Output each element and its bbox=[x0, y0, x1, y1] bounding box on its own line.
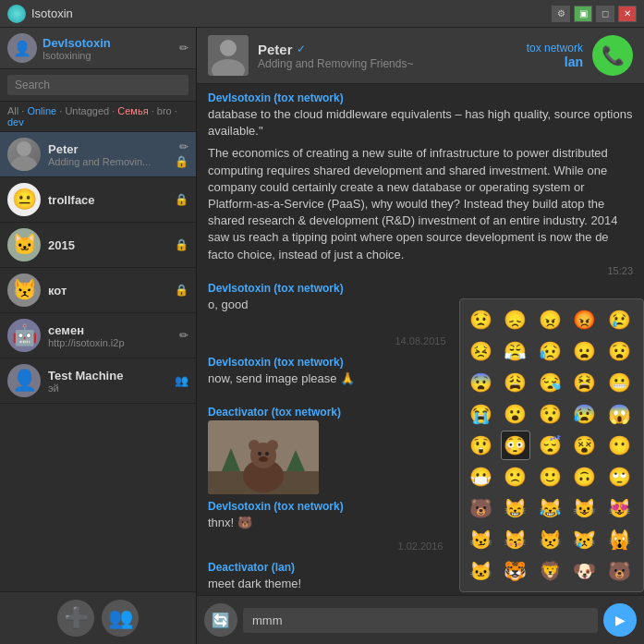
emoji-slightly-smile[interactable]: 🙂 bbox=[535, 462, 565, 492]
emoji-bear2[interactable]: 🐻 bbox=[604, 556, 634, 586]
emoji-fearful[interactable]: 😨 bbox=[466, 368, 495, 397]
emoji-persevere[interactable]: 😣 bbox=[466, 336, 495, 366]
emoji-smiley-cat[interactable]: 😺 bbox=[570, 493, 600, 523]
emoji-panel: 😟 😞 😠 😡 😢 😣 😤 😥 😦 😧 😨 😩 😪 😫 😬 😭 😮 😯 😰 bbox=[459, 298, 644, 592]
emoji-joy-cat[interactable]: 😸 bbox=[501, 493, 530, 523]
pencil-icon-semen: ✏ bbox=[179, 329, 188, 342]
contact-name-2015: 2015 bbox=[48, 238, 167, 252]
emoji-mask[interactable]: 😷 bbox=[466, 462, 495, 492]
minimize-button[interactable]: ▣ bbox=[574, 6, 592, 22]
emoji-dog[interactable]: 🐶 bbox=[570, 556, 600, 586]
close-button[interactable]: ✕ bbox=[618, 6, 637, 22]
self-username: DevIsotoxin bbox=[43, 36, 111, 50]
search-input[interactable] bbox=[7, 75, 188, 95]
chat-input[interactable] bbox=[243, 608, 598, 633]
filter-untagged[interactable]: Untagged bbox=[65, 105, 109, 116]
contact-name-peter: Peter bbox=[48, 142, 167, 156]
emoji-dizzy[interactable]: 😲 bbox=[466, 431, 495, 460]
emoji-loud-cry[interactable]: 😭 bbox=[466, 399, 495, 429]
edit-profile-icon[interactable]: ✏ bbox=[179, 42, 188, 55]
emoji-disappointed[interactable]: 😞 bbox=[501, 305, 530, 334]
contact-info-peter: Peter Adding and Removin... bbox=[48, 142, 167, 167]
emoji-angry[interactable]: 😠 bbox=[535, 305, 565, 334]
emoji-steam[interactable]: 😤 bbox=[501, 336, 530, 366]
emoji-pouting-cat[interactable]: 😾 bbox=[535, 525, 565, 554]
emoji-joy-cat2[interactable]: 😹 bbox=[535, 493, 565, 523]
emoji-hushed[interactable]: 😮 bbox=[501, 399, 530, 429]
emoji-bear[interactable]: 🐻 bbox=[466, 493, 495, 523]
emoji-smirk-cat[interactable]: 😼 bbox=[466, 525, 495, 554]
emoji-frowning[interactable]: 😦 bbox=[570, 336, 600, 366]
filter-all[interactable]: All bbox=[7, 105, 18, 116]
contact-item-semen[interactable]: 🤖 семен http://isotoxin.i2p ✏ bbox=[0, 313, 196, 358]
call-button[interactable]: 📞 bbox=[592, 35, 633, 76]
contact-list: Peter Adding and Removin... ✏ 🔒 😐 trollf… bbox=[0, 132, 196, 591]
emoji-kiss-cat[interactable]: 😽 bbox=[501, 525, 530, 554]
emoji-lion[interactable]: 🦁 bbox=[535, 556, 565, 586]
contact-info-trollface: trollface bbox=[48, 193, 167, 207]
contact-item-testmachine[interactable]: 👤 Test Machine эй 👥 bbox=[0, 358, 196, 404]
emoji-no-mouth[interactable]: 😶 bbox=[604, 431, 634, 460]
emoji-cry[interactable]: 😢 bbox=[604, 305, 634, 334]
emoji-scream-cat[interactable]: 🙀 bbox=[604, 525, 634, 554]
contact-name-kot: кот bbox=[48, 284, 167, 298]
chat-header: Peter ✓ Adding and Removing Friends~ tox… bbox=[197, 28, 644, 84]
emoji-rolling-eyes[interactable]: 🙄 bbox=[604, 462, 634, 492]
emoji-heart-cat[interactable]: 😻 bbox=[604, 493, 634, 523]
contact-item-2015[interactable]: 🐱 2015 🔒 bbox=[0, 223, 196, 268]
app-icon bbox=[7, 5, 26, 23]
emoji-rage[interactable]: 😡 bbox=[570, 305, 600, 334]
send-icon: ▶ bbox=[615, 613, 626, 627]
contact-item-kot[interactable]: 😾 кот 🔒 bbox=[0, 268, 196, 313]
emoji-weary[interactable]: 😫 bbox=[570, 368, 600, 397]
emoji-upside-down[interactable]: 🙃 bbox=[570, 462, 600, 492]
emoji-sleeping[interactable]: 😴 bbox=[535, 431, 565, 460]
emoji-cat-face[interactable]: 🐱 bbox=[466, 556, 495, 586]
contact-icons-testmachine: 👥 bbox=[175, 374, 188, 387]
emoji-flushed[interactable]: 😳 bbox=[501, 431, 530, 460]
avatar-testmachine: 👤 bbox=[7, 364, 41, 397]
add-group-button[interactable]: 👥 bbox=[102, 600, 139, 637]
emoji-cry-cat[interactable]: 😿 bbox=[570, 525, 600, 554]
verified-icon: ✓ bbox=[297, 43, 306, 55]
attach-icon: 🔄 bbox=[212, 612, 230, 629]
emoji-anxious[interactable]: 😰 bbox=[570, 399, 600, 429]
filter-bro[interactable]: bro bbox=[157, 105, 172, 116]
filter-family[interactable]: Семья bbox=[117, 105, 148, 116]
emoji-anguished[interactable]: 😧 bbox=[604, 336, 634, 366]
filter-online[interactable]: Online bbox=[27, 105, 56, 116]
msg-image-5[interactable]: ••• bbox=[208, 420, 319, 494]
attach-button[interactable]: 🔄 bbox=[204, 603, 237, 637]
filter-dev[interactable]: dev bbox=[7, 116, 24, 128]
svg-point-9 bbox=[249, 440, 260, 451]
emoji-grimace[interactable]: 😬 bbox=[604, 368, 634, 397]
contact-info-semen: семен http://isotoxin.i2p bbox=[48, 323, 172, 348]
emoji-tired[interactable]: 😩 bbox=[501, 368, 530, 397]
message-block-2: The economics of creating a new suite of… bbox=[208, 145, 633, 275]
titlebar: Isotoxin ⚙ ▣ ◻ ✕ bbox=[0, 0, 644, 28]
emoji-sweat[interactable]: 😥 bbox=[535, 336, 565, 366]
maximize-button[interactable]: ◻ bbox=[596, 6, 614, 22]
svg-point-11 bbox=[258, 452, 261, 456]
contact-item-peter[interactable]: Peter Adding and Removin... ✏ 🔒 bbox=[0, 132, 196, 177]
emoji-slightly-frown[interactable]: 🙁 bbox=[501, 462, 530, 492]
app-title: Isotoxin bbox=[31, 6, 552, 20]
emoji-astonished[interactable]: 😯 bbox=[535, 399, 565, 429]
emoji-scream[interactable]: 😱 bbox=[604, 399, 634, 429]
contact-icons-trollface: 🔒 bbox=[175, 193, 188, 206]
self-avatar: 👤 bbox=[7, 33, 37, 63]
contact-status-testmachine: эй bbox=[48, 383, 167, 394]
chat-contact-name-row: Peter ✓ bbox=[258, 42, 517, 57]
add-contact-button[interactable]: ➕ bbox=[57, 600, 94, 637]
bear-image bbox=[208, 420, 319, 494]
filter-bar: All · Online · Untagged · Семья · bro · … bbox=[0, 102, 196, 132]
emoji-tiger[interactable]: 🐯 bbox=[501, 556, 530, 586]
settings-button[interactable]: ⚙ bbox=[552, 6, 570, 22]
contact-item-trollface[interactable]: 😐 trollface 🔒 bbox=[0, 177, 196, 223]
send-button[interactable]: ▶ bbox=[603, 603, 637, 637]
add-contact-icon: ➕ bbox=[64, 606, 89, 630]
emoji-dizzy-face[interactable]: 😵 bbox=[570, 431, 600, 460]
network-label: tox network bbox=[527, 42, 583, 55]
emoji-worried[interactable]: 😟 bbox=[466, 305, 495, 334]
emoji-sleepy[interactable]: 😪 bbox=[535, 368, 565, 397]
